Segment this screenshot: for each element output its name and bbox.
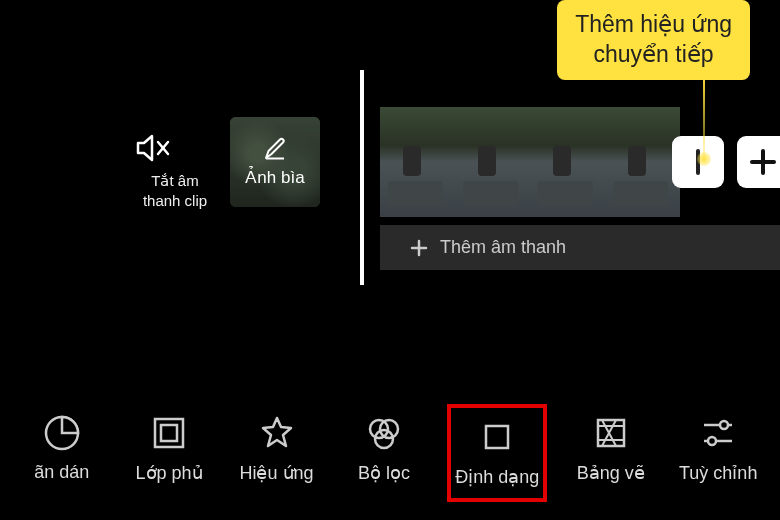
clip-thumbnail[interactable] [455,107,530,217]
mute-label: Tắt âm thanh clip [135,171,215,210]
overlay-icon [150,414,188,452]
tool-label: ãn dán [34,462,89,483]
effects-icon [258,414,296,452]
add-clip-button[interactable] [737,136,780,188]
speaker-mute-icon [135,133,171,163]
tooltip-pointer [703,72,705,162]
tooltip-line2: chuyển tiếp [594,41,714,67]
transition-tooltip: Thêm hiệu ứng chuyển tiếp [557,0,750,80]
tool-filter[interactable]: Bộ lọc [340,404,428,502]
tool-label: Bộ lọc [358,462,410,484]
tool-label: Bảng vẽ [577,462,645,484]
tool-adjust[interactable]: Tuỳ chỉnh [674,404,762,502]
mute-clip-button[interactable]: Tắt âm thanh clip [135,133,215,210]
bottom-toolbar: ãn dán Lớp phủ Hiệu ứng Bộ lọc Định dạng [0,404,780,502]
adjust-icon [699,414,737,452]
plus-icon [748,147,778,177]
svg-rect-10 [161,425,177,441]
tool-label: Định dạng [455,466,539,488]
tool-label: Lớp phủ [136,462,203,484]
filter-icon [365,414,403,452]
clip-thumbnail[interactable] [605,107,680,217]
sticker-icon [43,414,81,452]
timeline-editor: Tắt âm thanh clip Ảnh bìa Thêm âm [0,105,780,305]
tooltip-dot [697,152,711,166]
cover-button[interactable]: Ảnh bìa [230,117,320,207]
cover-overlay [230,117,320,207]
tool-sticker[interactable]: ãn dán [18,404,106,502]
tool-overlay[interactable]: Lớp phủ [125,404,213,502]
svg-rect-9 [155,419,183,447]
svg-rect-14 [486,426,508,448]
clip-thumbnail[interactable] [380,107,455,217]
pencil-icon [263,137,287,161]
tool-label: Hiệu ứng [240,462,314,484]
clip-thumbnail[interactable] [530,107,605,217]
plus-icon [410,239,428,257]
add-audio-label: Thêm âm thanh [440,237,566,258]
tool-label: Tuỳ chỉnh [679,462,757,484]
canvas-icon [592,414,630,452]
format-icon [478,418,516,456]
add-audio-button[interactable]: Thêm âm thanh [380,225,780,270]
svg-point-23 [708,437,716,445]
svg-rect-15 [598,420,624,446]
tool-effects[interactable]: Hiệu ứng [233,404,321,502]
tool-format[interactable]: Định dạng [447,404,547,502]
tooltip-line1: Thêm hiệu ứng [575,11,732,37]
tool-canvas[interactable]: Bảng vẽ [567,404,655,502]
svg-point-21 [720,421,728,429]
playhead[interactable] [360,70,364,285]
cover-label: Ảnh bìa [245,167,304,188]
